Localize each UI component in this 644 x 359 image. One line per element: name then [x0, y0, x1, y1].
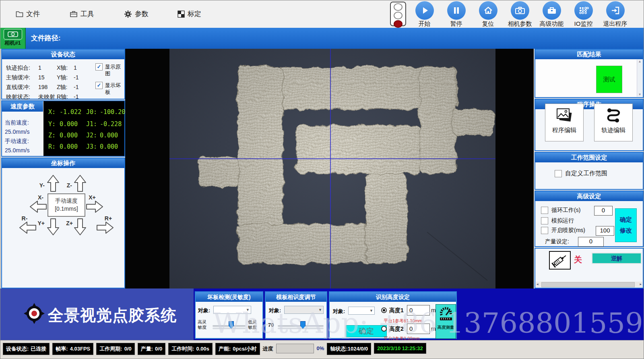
work-time-box: 工作时间:0.00s [168, 343, 213, 355]
inverse-solution-button[interactable]: 逆解 [592, 253, 642, 264]
menu-file[interactable]: 文件 [16, 9, 40, 19]
speed-section: 速度参数 当前速度: 25.0mm/s 手动速度: 25.0mm/s X:-1.… [1, 100, 125, 157]
menu-calibration[interactable]: 标定 [178, 9, 201, 19]
io-monitor-button[interactable]: IO监控 [568, 1, 599, 28]
cycle-work-label: 循环工作(s) [551, 207, 580, 214]
advanced-settings-section: 高级设定 循环工作(s) 0 模拟运行 开启喷胶(ms) 100 产量设定: 0… [535, 191, 644, 247]
cycle-work-row: 循环工作(s) [541, 207, 580, 214]
jog-y-plus-arrow[interactable] [47, 219, 59, 235]
file-path-label: 文件路径: [31, 33, 61, 43]
path-curve-icon [604, 107, 623, 124]
jog-title: 坐标操作 [2, 158, 124, 168]
height-confirm-button[interactable]: 确定 [346, 325, 387, 337]
exit-program-button[interactable]: 退出程序 [599, 1, 631, 28]
jog-x-plus-arrow[interactable] [87, 201, 103, 212]
yield-box: 产量:0/0 [138, 343, 165, 355]
jog-x-plus-label: X+ [89, 194, 96, 201]
camera-params-button[interactable]: 相机参数 [504, 1, 536, 28]
jog-z-plus-arrow[interactable] [74, 219, 86, 235]
height-measure-label: 高度测量 [436, 325, 456, 330]
work-cycle-box: 工作周期:0/0 [96, 343, 134, 355]
scroll-right-icon[interactable]: ▸ [640, 282, 642, 286]
match-result-scrollbar[interactable]: ▲▼ [637, 60, 642, 97]
jog-r-plus-arrow[interactable] [97, 222, 113, 233]
current-speed-label: 当前速度: [5, 118, 43, 127]
jog-z-minus-arrow[interactable] [74, 175, 86, 191]
glue-on-label: 开启喷胶(ms) [551, 227, 585, 234]
camera-tab[interactable]: 1 相机#1 [0, 28, 26, 49]
similarity-slider-thumb[interactable] [300, 321, 305, 329]
height1-label: 高度1 [389, 307, 404, 314]
jog-section: 坐标操作 手动速度 [0.1mms] Y- Z- X- X+ R- Y+ Z+ … [1, 158, 125, 288]
jog-r-plus-label: R+ [105, 215, 112, 222]
pause-button[interactable]: 暂停 [440, 1, 472, 28]
jog-x-minus-arrow[interactable] [30, 201, 46, 212]
program-edit-button[interactable]: 程序编辑 [545, 104, 584, 141]
jog-z-minus-label: Z- [67, 182, 72, 189]
advanced-functions-button[interactable]: 高级功能 [536, 1, 568, 28]
height2-input[interactable]: 0 [407, 324, 430, 334]
cycle-work-input[interactable]: 0 [594, 206, 613, 216]
test-result-button[interactable]: 测试 [596, 66, 622, 93]
height1-input[interactable]: 0 [407, 305, 430, 315]
bad-board-object-label: 对象: [198, 307, 210, 314]
track-edit-button[interactable]: 轨迹编辑 [594, 104, 633, 141]
coord-row-z: Z:0.000J2:0.000 [48, 132, 118, 139]
height1-radio[interactable] [381, 307, 387, 313]
program-operation-section: 程序操作 程序编辑 轨迹编辑 [535, 99, 644, 151]
jog-r-minus-arrow[interactable] [20, 222, 36, 233]
right-panel-hscrollbar[interactable]: ◂ ▸ [536, 282, 642, 287]
simulate-run-row: 模拟运行 [541, 217, 574, 224]
height-measure-button[interactable]: 高度测量 [436, 304, 456, 339]
show-original-checkbox-group: ✓ 显示原图 [95, 63, 123, 77]
glue-on-checkbox[interactable] [541, 227, 548, 234]
template-similarity-panel: 模板相识度调节 对象: ▼ 70 [265, 291, 327, 339]
scroll-down-icon[interactable]: ▼ [637, 93, 642, 96]
coordinate-display: X:-1.022J0:-100.205 Y:0.000J1:-0.228 Z:0… [43, 101, 124, 156]
template-object-dropdown[interactable]: ▼ [284, 306, 324, 314]
menu-file-label: 文件 [26, 9, 40, 19]
cycle-work-checkbox[interactable] [541, 207, 548, 214]
sensitivity-slider-thumb[interactable] [229, 321, 234, 329]
jog-y-minus-arrow[interactable] [47, 175, 59, 191]
camera-viewport [125, 49, 534, 288]
system-title: 全景视觉点胶系统 [48, 305, 177, 326]
progress-percent: 0% [317, 343, 324, 351]
workpiece-image [169, 49, 495, 288]
dispenser-toggle[interactable] [549, 251, 571, 270]
template-similarity-title: 模板相识度调节 [266, 292, 326, 302]
start-button[interactable]: 开始 [409, 1, 440, 28]
bad-board-object-dropdown[interactable]: ▼ [213, 306, 251, 314]
menu-params[interactable]: 参数 [124, 9, 149, 19]
show-original-checkbox[interactable]: ✓ [95, 63, 103, 71]
logo-panel: 全景视觉点胶系统 [0, 288, 194, 340]
menu-tools[interactable]: 工具 [70, 9, 94, 19]
show-badboard-checkbox-group: ✓ 显示坏板 [95, 82, 123, 95]
reset-home-button[interactable]: 复位 [472, 1, 504, 28]
show-badboard-checkbox[interactable]: ✓ [95, 82, 103, 89]
scroll-up-icon[interactable]: ▲ [637, 60, 642, 63]
toolbox-icon [70, 10, 78, 17]
work-range-title: 工作范围设定 [535, 153, 643, 162]
height2-radio[interactable] [381, 326, 387, 332]
work-range-section: 工作范围设定 自定义工作范围 [535, 152, 644, 190]
glue-on-row: 开启喷胶(ms) [541, 227, 585, 234]
status-bar: 设备状态:已连接 帧率:4.03FPS 工作周期:0/0 产量:0/0 工作时间… [0, 340, 644, 359]
bad-board-title: 坏板检测(灵敏度) [196, 292, 262, 302]
device-status-section: 设备状态 轨迹拟合:1X轴:1 主轴缓冲:15Y轴:-1 直线缓冲:198Z轴:… [1, 49, 125, 100]
scroll-left-icon[interactable]: ◂ [537, 282, 539, 286]
height-object-dropdown[interactable]: ▼ [348, 307, 375, 315]
yield-set-label: 产量设定: [545, 238, 569, 245]
jog-y-minus-label: Y- [39, 182, 45, 189]
simulate-run-checkbox[interactable] [541, 217, 548, 224]
confirm-modify-button[interactable]: 确定 修改 [615, 208, 637, 242]
menu-calibration-label: 标定 [188, 9, 201, 19]
glue-on-input[interactable]: 100 [596, 226, 614, 236]
yield-set-input[interactable]: 0 [578, 237, 604, 247]
coord-row-x: X:-1.022J0:-100.205 [48, 108, 129, 116]
show-original-label: 显示原图 [105, 63, 123, 77]
hscroll-thumb[interactable] [541, 282, 635, 287]
custom-range-checkbox[interactable] [555, 170, 562, 177]
folder-icon [16, 10, 23, 17]
path-bar: 1 相机#1 文件路径: [0, 28, 644, 49]
